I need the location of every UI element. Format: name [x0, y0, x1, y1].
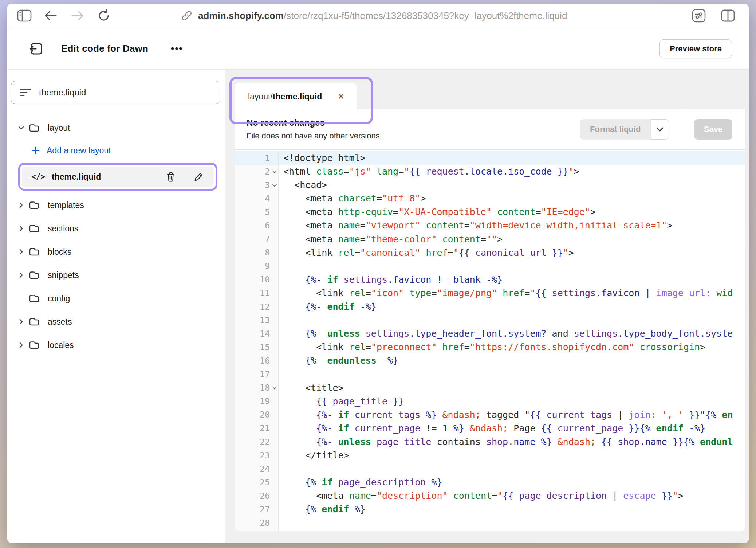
split-view-icon[interactable]	[720, 7, 736, 24]
code-line-9[interactable]: 9	[235, 259, 745, 273]
tab-layout-theme-liquid[interactable]: layout/theme.liquid ×	[235, 83, 357, 110]
code-line-text: <meta http-equiv="X-UA-Compatible" conte…	[279, 205, 745, 219]
line-number: 12	[235, 300, 279, 313]
code-file-icon: </>	[31, 172, 45, 181]
sidebar-toggle-icon[interactable]	[16, 7, 33, 24]
chevron-right-icon[interactable]	[16, 247, 29, 257]
code-line-16[interactable]: 16 {%- endunless -%}	[235, 354, 745, 367]
code-line-text: {% if page_description %}	[279, 475, 745, 489]
code-line-7[interactable]: 7 <meta name="theme-color" content="">	[235, 232, 745, 246]
selected-file-ring: </>theme.liquid	[18, 163, 217, 191]
format-options-dropdown[interactable]	[651, 119, 669, 140]
code-line-8[interactable]: 8 <link rel="canonical" href="{{ canonic…	[235, 246, 745, 259]
version-status-subtitle: File does not have any other versions	[247, 131, 380, 141]
code-line-2[interactable]: 2<html class="js" lang="{{ request.local…	[235, 165, 745, 178]
line-number: 1	[235, 151, 279, 165]
rename-file-icon[interactable]	[193, 171, 204, 182]
back-button[interactable]	[42, 7, 59, 24]
file-item-theme.liquid[interactable]: </>theme.liquid	[22, 167, 214, 187]
code-line-3[interactable]: 3 <head>	[235, 178, 745, 192]
add-layout-label: Add a new layout	[47, 146, 111, 156]
forward-button[interactable]	[69, 7, 86, 24]
folder-label: assets	[48, 317, 72, 327]
line-number: 29	[235, 530, 279, 531]
save-button[interactable]: Save	[694, 119, 732, 140]
more-actions-button[interactable]: •••	[168, 43, 186, 54]
line-number: 10	[235, 273, 279, 286]
desktop-background: admin.shopify.com/store/rzq1xu-f5/themes…	[0, 0, 756, 548]
file-sidebar: theme.liquid layoutAdd a new layout</>th…	[7, 70, 225, 543]
chevron-right-icon[interactable]	[16, 270, 29, 280]
code-line-text: {%- if settings.favicon != blank -%}	[279, 273, 745, 286]
code-line-24[interactable]: 24	[235, 462, 745, 475]
folder-label: snippets	[48, 270, 79, 280]
tab-close-icon[interactable]: ×	[336, 91, 345, 102]
address-bar[interactable]: admin.shopify.com/store/rzq1xu-f5/themes…	[181, 4, 567, 28]
code-line-6[interactable]: 6 <meta name="viewport" content="width=d…	[235, 219, 745, 232]
fold-toggle-icon[interactable]	[272, 170, 277, 174]
sidebar-item-locales[interactable]: locales	[7, 333, 225, 357]
code-line-text	[279, 313, 745, 327]
chevron-right-icon[interactable]	[16, 224, 29, 233]
chevron-right-icon[interactable]	[16, 340, 29, 350]
code-line-10[interactable]: 10 {%- if settings.favicon != blank -%}	[235, 273, 745, 286]
fold-toggle-icon[interactable]	[272, 183, 277, 188]
delete-file-icon[interactable]	[166, 171, 176, 182]
sidebar-item-snippets[interactable]: snippets	[7, 263, 225, 287]
code-line-text: <link rel="icon" type="image/png" href="…	[279, 286, 745, 300]
code-line-text	[279, 462, 745, 475]
line-number: 23	[235, 449, 279, 462]
code-line-25[interactable]: 25 {% if page_description %}	[235, 475, 745, 489]
code-line-18[interactable]: 18 <title>	[235, 381, 745, 395]
code-line-text: <link rel="preconnect" href="https://fon…	[279, 340, 745, 354]
folder-icon	[29, 340, 40, 350]
code-line-17[interactable]: 17	[235, 368, 745, 381]
code-line-4[interactable]: 4 <meta charset="utf-8">	[235, 192, 745, 205]
code-line-5[interactable]: 5 <meta http-equiv="X-UA-Compatible" con…	[235, 205, 745, 219]
sidebar-item-config[interactable]: config	[7, 287, 225, 310]
chevron-right-icon[interactable]	[16, 317, 29, 326]
reload-button[interactable]	[95, 7, 112, 24]
page-settings-icon[interactable]	[690, 7, 707, 24]
code-line-13[interactable]: 13	[235, 313, 745, 327]
code-line-29[interactable]: 29 {% render 'meta-tags' %}	[235, 530, 745, 531]
code-line-1[interactable]: 1<!doctype html>	[235, 151, 745, 165]
code-editor[interactable]: 1<!doctype html>2<html class="js" lang="…	[235, 150, 745, 531]
code-line-11[interactable]: 11 <link rel="icon" type="image/png" hre…	[235, 286, 745, 300]
folder-label: config	[48, 294, 70, 304]
sidebar-item-blocks[interactable]: blocks	[7, 240, 225, 263]
chevron-right-icon[interactable]	[16, 200, 29, 210]
tab-path-prefix: layout/	[248, 92, 273, 101]
version-bar-divider	[683, 109, 683, 149]
sidebar-item-sections[interactable]: sections	[7, 217, 225, 240]
code-line-21[interactable]: 21 {%- if current_page != 1 %} &ndash; P…	[235, 422, 745, 435]
sidebar-item-layout[interactable]: layout	[7, 116, 225, 140]
code-line-12[interactable]: 12 {%- endif -%}	[235, 300, 745, 313]
code-line-26[interactable]: 26 <meta name="description" content="{{ …	[235, 489, 745, 502]
code-line-22[interactable]: 22 {%- unless page_title contains shop.n…	[235, 435, 745, 449]
sidebar-item-templates[interactable]: templates	[7, 193, 225, 217]
folder-icon	[29, 294, 40, 303]
code-line-28[interactable]: 28	[235, 516, 745, 530]
main-content: theme.liquid layoutAdd a new layout</>th…	[7, 70, 749, 543]
filter-icon	[20, 88, 31, 97]
line-number: 27	[235, 502, 279, 516]
code-line-27[interactable]: 27 {% endif %}	[235, 502, 745, 516]
code-line-text: {%- if current_page != 1 %} &ndash; Page…	[279, 422, 745, 435]
exit-editor-icon[interactable]	[28, 40, 45, 58]
sidebar-item-assets[interactable]: assets	[7, 310, 225, 333]
file-search-input[interactable]: theme.liquid	[11, 81, 220, 104]
code-line-15[interactable]: 15 <link rel="preconnect" href="https://…	[235, 340, 745, 354]
fold-toggle-icon[interactable]	[272, 386, 277, 390]
chevron-down-icon[interactable]	[16, 123, 29, 133]
line-number: 16	[235, 354, 279, 367]
code-line-23[interactable]: 23 </title>	[235, 449, 745, 462]
preview-store-button[interactable]: Preview store	[659, 39, 732, 58]
code-line-19[interactable]: 19 {{ page_title }}	[235, 395, 745, 408]
format-liquid-button[interactable]: Format liquid	[580, 119, 651, 140]
code-line-14[interactable]: 14 {%- unless settings.type_header_font.…	[235, 327, 745, 340]
line-number: 21	[235, 422, 279, 435]
code-line-20[interactable]: 20 {%- if current_tags %} &ndash; tagged…	[235, 408, 745, 422]
add-new-layout-button[interactable]: Add a new layout	[7, 140, 225, 161]
code-line-text: <html class="js" lang="{{ request.locale…	[279, 165, 745, 178]
